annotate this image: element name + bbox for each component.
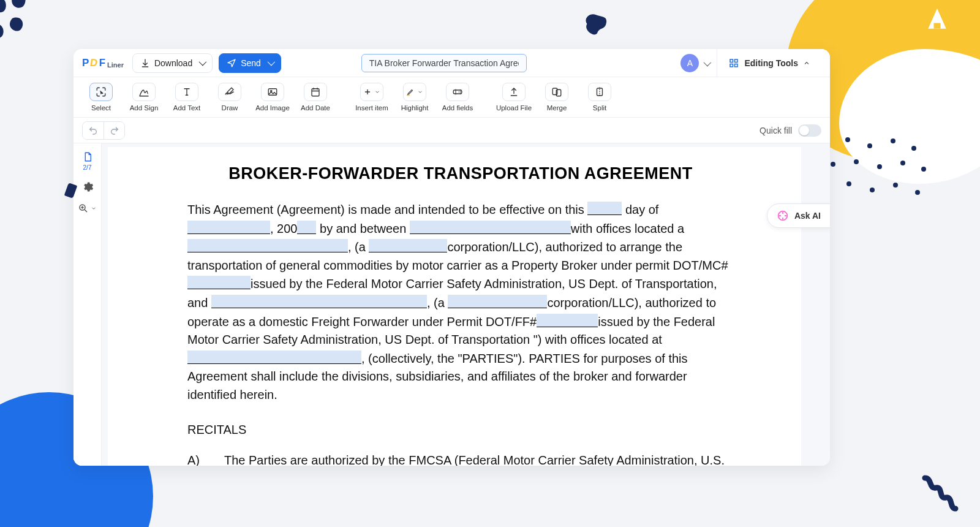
svg-point-5 (911, 146, 916, 151)
document-viewport[interactable]: BROKER-FORWARDER TRANSPORTATION AGREEMEN… (102, 143, 830, 466)
tool-highlight[interactable]: Highlight (394, 80, 435, 115)
decoration-white-blob (839, 49, 980, 184)
document-page: BROKER-FORWARDER TRANSPORTATION AGREEMEN… (108, 147, 801, 466)
body: 2/7 BROKER-FORWARDER TRANSPORTATION AGRE… (74, 143, 830, 466)
ai-sparkle-icon (776, 209, 790, 222)
undo-button[interactable] (83, 122, 104, 139)
editing-tools-label: Editing Tools (744, 58, 798, 68)
split-icon (594, 86, 605, 97)
undo-icon (88, 126, 98, 135)
redo-icon (110, 126, 119, 135)
download-label: Download (154, 58, 192, 68)
tool-add-sign[interactable]: Add Sign (124, 80, 164, 115)
tool-upload-file[interactable]: Upload File (494, 80, 534, 115)
calendar-icon (310, 86, 321, 97)
form-field-party2-state[interactable] (448, 295, 547, 308)
svg-point-14 (893, 183, 898, 188)
avatar: A (680, 54, 699, 72)
svg-point-12 (846, 181, 851, 186)
svg-point-3 (867, 143, 872, 148)
upload-icon (508, 86, 519, 97)
highlight-icon (406, 88, 415, 96)
zoom-button[interactable] (78, 203, 97, 214)
svg-point-13 (870, 188, 875, 192)
doc-paragraph-1: This Agreement (Agreement) is made and i… (187, 200, 734, 404)
tool-insert-item[interactable]: Insert item (352, 80, 392, 115)
svg-point-2 (845, 137, 850, 142)
download-icon (140, 58, 150, 68)
tool-select[interactable]: Select (81, 80, 121, 115)
account-menu[interactable]: A (680, 54, 709, 72)
send-icon (227, 58, 236, 68)
quick-fill-toggle[interactable] (798, 124, 821, 137)
tool-add-fields[interactable]: Add fields (437, 80, 478, 115)
svg-point-8 (877, 164, 882, 169)
svg-rect-18 (312, 89, 319, 96)
svg-point-15 (915, 190, 920, 195)
form-field-party1-office[interactable] (187, 239, 348, 252)
left-rail: 2/7 (74, 143, 102, 466)
chevron-down-icon (417, 89, 423, 95)
chevron-down-icon (374, 89, 380, 95)
decoration-ink-splat (582, 12, 608, 36)
decoration-app-badge (913, 0, 962, 44)
svg-point-4 (891, 138, 895, 143)
tool-split[interactable]: Split (579, 80, 620, 115)
zoom-icon (78, 203, 89, 214)
fields-icon (452, 86, 463, 97)
text-icon (181, 86, 192, 97)
editing-tools-toggle[interactable]: Editing Tools (717, 49, 821, 77)
toolbar: Select Add Sign Add Text Draw Add Image … (74, 77, 830, 118)
gear-icon (81, 181, 94, 193)
form-field-month[interactable] (187, 221, 270, 234)
svg-rect-16 (268, 89, 277, 96)
redo-button[interactable] (104, 122, 124, 139)
form-field-day[interactable] (587, 202, 622, 215)
chevron-up-icon (803, 59, 810, 67)
pdf-editor-app: PDFLiner Download Send A Editing Tools (74, 49, 830, 466)
doc-recital-a: A)The Parties are authorized by the FMCS… (187, 452, 734, 466)
form-field-dot-mc[interactable] (187, 276, 251, 289)
merge-icon (551, 86, 562, 97)
topbar: PDFLiner Download Send A Editing Tools (74, 49, 830, 77)
page-icon (82, 151, 93, 163)
recitals-heading: RECITALS (187, 423, 734, 437)
ask-ai-button[interactable]: Ask AI (767, 203, 830, 228)
form-field-party1-state[interactable] (369, 239, 447, 252)
form-field-year[interactable] (297, 221, 316, 234)
signature-icon (138, 86, 149, 97)
tool-add-date[interactable]: Add Date (295, 80, 336, 115)
logo[interactable]: PDFLiner (82, 57, 124, 69)
tool-add-text[interactable]: Add Text (167, 80, 207, 115)
chevron-down-icon (91, 205, 97, 211)
editing-tools-icon (728, 58, 739, 69)
draw-icon (224, 86, 235, 97)
subbar: Quick fill (74, 118, 830, 143)
doc-heading: BROKER-FORWARDER TRANSPORTATION AGREEMEN… (187, 164, 734, 183)
download-button[interactable]: Download (132, 53, 213, 73)
send-label: Send (241, 58, 261, 68)
svg-rect-0 (934, 23, 941, 29)
decoration-brushstrokes (0, 0, 61, 67)
page-thumbnails-button[interactable]: 2/7 (82, 151, 93, 171)
decoration-zigzag (919, 472, 962, 515)
svg-point-6 (831, 162, 835, 167)
quick-fill-label: Quick fill (760, 126, 792, 135)
tool-add-image[interactable]: Add Image (252, 80, 293, 115)
svg-point-10 (921, 167, 926, 172)
settings-button[interactable] (81, 181, 94, 193)
image-icon (267, 86, 278, 97)
plus-icon (363, 88, 372, 96)
form-field-party2-name[interactable] (211, 295, 427, 308)
svg-point-7 (854, 159, 859, 164)
form-field-party1-name[interactable] (410, 221, 571, 234)
tool-merge[interactable]: Merge (537, 80, 577, 115)
svg-point-9 (900, 161, 905, 165)
form-field-party2-office[interactable] (187, 351, 361, 364)
send-button[interactable]: Send (219, 53, 281, 73)
tool-draw[interactable]: Draw (209, 80, 250, 115)
document-title-input[interactable] (361, 54, 527, 72)
form-field-dot-ff[interactable] (537, 314, 598, 327)
select-icon (96, 86, 107, 97)
decoration-dots (821, 135, 931, 208)
